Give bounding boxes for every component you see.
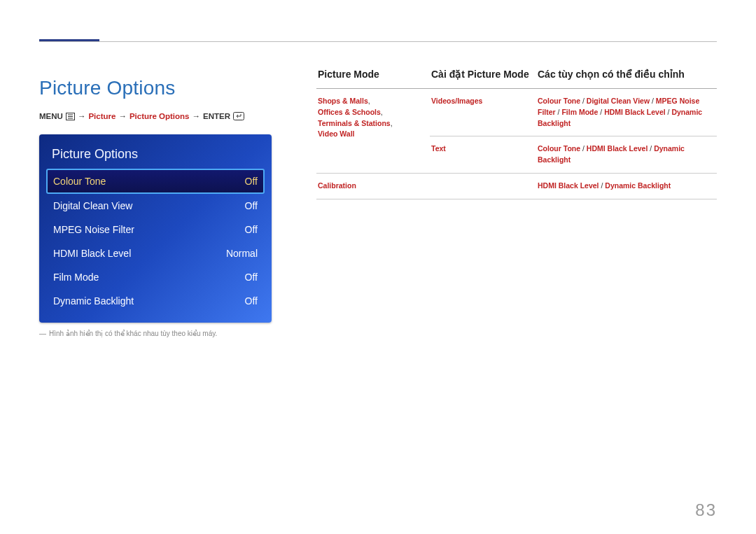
osd-row-label: Digital Clean View xyxy=(53,200,132,211)
cell-mode: Shops & Malls, Offices & Schools, Termin… xyxy=(316,89,430,174)
col-options: Các tùy chọn có thể điều chỉnh xyxy=(536,67,717,89)
osd-row-value: Off xyxy=(245,176,258,187)
menu-icon xyxy=(66,113,75,120)
osd-menu-row[interactable]: Film ModeOff xyxy=(50,265,260,289)
osd-row-label: HDMI Black Level xyxy=(53,248,131,259)
osd-row-label: Dynamic Backlight xyxy=(53,295,134,307)
osd-menu-row[interactable]: Dynamic BacklightOff xyxy=(50,289,260,313)
col-setting: Cài đặt Picture Mode xyxy=(430,67,536,89)
osd-menu-row[interactable]: HDMI Black LevelNormal xyxy=(50,241,260,265)
osd-row-label: MPEG Noise Filter xyxy=(53,224,134,235)
options-table: Picture Mode Cài đặt Picture Mode Các tù… xyxy=(316,67,717,199)
osd-menu-title: Picture Options xyxy=(50,143,260,169)
osd-row-value: Off xyxy=(245,224,258,235)
osd-menu-row[interactable]: MPEG Noise FilterOff xyxy=(50,218,260,241)
table-row: Shops & Malls, Offices & Schools, Termin… xyxy=(316,89,717,136)
breadcrumb: MENU → Picture → Picture Options → ENTER xyxy=(39,112,300,120)
page-number: 83 xyxy=(695,500,717,520)
breadcrumb-menu: MENU xyxy=(39,112,63,120)
enter-icon xyxy=(233,112,244,120)
osd-menu-row[interactable]: Digital Clean ViewOff xyxy=(50,194,260,218)
cell-setting xyxy=(430,173,536,199)
table-row: CalibrationHDMI Black Level / Dynamic Ba… xyxy=(316,173,717,199)
cell-options: Colour Tone / HDMI Black Level / Dynamic… xyxy=(536,136,717,174)
footnote-text: Hình ảnh hiển thị có thể khác nhau tùy t… xyxy=(49,330,217,337)
osd-row-value: Off xyxy=(245,272,258,283)
osd-row-value: Off xyxy=(245,295,258,307)
page-title: Picture Options xyxy=(39,77,300,99)
cell-mode: Calibration xyxy=(316,173,430,199)
osd-row-label: Colour Tone xyxy=(53,176,106,187)
cell-options: Colour Tone / Digital Clean View / MPEG … xyxy=(536,89,717,136)
cell-options: HDMI Black Level / Dynamic Backlight xyxy=(536,173,717,199)
osd-row-label: Film Mode xyxy=(53,272,99,283)
cell-setting: Text xyxy=(430,136,536,174)
breadcrumb-level1: Picture xyxy=(88,112,115,120)
osd-menu-row[interactable]: Colour ToneOff xyxy=(46,169,265,194)
osd-row-value: Normal xyxy=(226,248,258,259)
osd-menu-panel: Picture Options Colour ToneOffDigital Cl… xyxy=(39,134,272,323)
breadcrumb-level2: Picture Options xyxy=(130,112,190,120)
col-picture-mode: Picture Mode xyxy=(316,67,430,89)
cell-setting: Videos/Images xyxy=(430,89,536,136)
breadcrumb-enter: ENTER xyxy=(203,112,230,120)
footnote: ―Hình ảnh hiển thị có thể khác nhau tùy … xyxy=(39,330,300,337)
osd-row-value: Off xyxy=(245,200,258,211)
header-rule xyxy=(39,41,717,42)
